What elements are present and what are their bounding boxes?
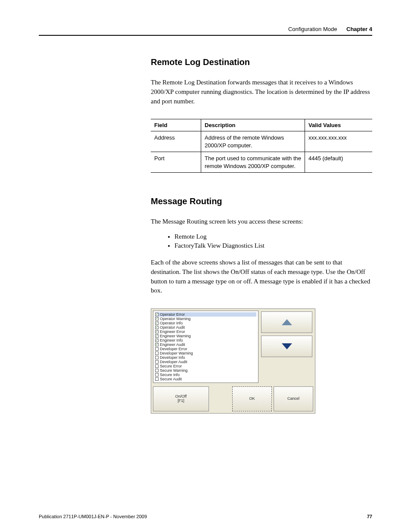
list-item-label: Secure Warning [160,368,187,373]
cell-field: Port [151,152,201,173]
list-item-label: Developer Audit [160,360,187,364]
list-item-label: Secure Info [160,373,180,377]
checkbox-icon[interactable]: ✓ [155,339,159,342]
triangle-down-icon [282,343,292,349]
th-values: Valid Values [305,119,373,131]
checkbox-icon[interactable] [155,377,159,381]
list-item[interactable]: ✓Engineer Error [155,330,256,334]
section-body-remote-log: The Remote Log Destination forwards mess… [151,78,372,106]
cell-description: The port used to communicate with the re… [201,152,305,173]
checkbox-icon[interactable] [155,373,159,376]
checkbox-icon[interactable]: ✓ [155,313,159,316]
checkbox-icon[interactable]: ✓ [155,343,159,346]
list-item-label: Secure Error [160,364,182,368]
chapter-label: Chapter 4 [346,26,372,32]
list-item[interactable]: ✓Engineer Info [155,338,256,342]
list-item-label: Developer Info [160,355,185,360]
list-item[interactable]: Secure Error [155,364,256,368]
page-header: Configuration Mode Chapter 4 [39,26,372,36]
list-item[interactable]: ✓Operator Audit [155,325,256,330]
scroll-up-button[interactable] [261,311,312,333]
list-item-label: Operator Error [160,312,185,317]
list-item[interactable]: ✓Engineer Audit [155,342,256,347]
checkbox-icon[interactable] [155,369,159,372]
cell-description: Address of the remote Windows 2000/XP co… [201,131,305,152]
table-row: Port The port used to communicate with t… [151,152,372,173]
checkbox-icon[interactable] [155,360,159,364]
bullet-item: Remote Log [174,233,372,240]
bullet-item: FactoryTalk View Diagnostics List [174,242,372,249]
checkbox-icon[interactable] [155,356,159,359]
list-item[interactable]: Secure Info [155,373,256,377]
checkbox-icon[interactable] [155,352,159,355]
publication-label: Publication 2711P-UM001J-EN-P - November… [39,514,147,519]
th-field: Field [151,119,201,131]
message-type-listbox[interactable]: ✓Operator Error✓Operator Warning✓Operato… [153,311,258,383]
bullet-list: Remote Log FactoryTalk View Diagnostics … [151,233,372,249]
list-item-label: Engineer Info [160,338,183,342]
page-footer: Publication 2711P-UM001J-EN-P - November… [39,514,372,519]
list-item[interactable]: ✓Operator Warning [155,317,256,321]
list-item[interactable]: ✓Engineer Warning [155,334,256,338]
cell-values: xxx.xxx.xxx.xxx [305,131,373,152]
scroll-down-button[interactable] [261,336,312,357]
list-item-label: Operator Info [160,321,183,325]
list-item[interactable]: Secure Audit [155,377,256,381]
list-item-label: Engineer Error [160,330,185,334]
checkbox-icon[interactable]: ✓ [155,321,159,325]
ok-label: OK [249,397,255,401]
onoff-label: On/Off [F1] [175,395,187,403]
list-item[interactable]: Developer Info [155,355,256,360]
triangle-up-icon [282,319,292,325]
checkbox-icon[interactable]: ✓ [155,334,159,338]
spacer [211,386,230,411]
list-item[interactable]: Developer Error [155,347,256,351]
checkbox-icon[interactable]: ✓ [155,317,159,320]
list-item-label: Secure Audit [160,377,182,381]
message-routing-dialog: ✓Operator Error✓Operator Warning✓Operato… [151,308,315,414]
onoff-button[interactable]: On/Off [F1] [153,386,209,411]
list-item[interactable]: Developer Audit [155,360,256,364]
list-item[interactable]: Developer Warning [155,351,256,355]
page-number: 77 [367,514,372,519]
list-item-label: Developer Error [160,347,187,351]
section-title-message-routing: Message Routing [151,196,372,206]
section-title-remote-log: Remote Log Destination [151,57,372,67]
section-body-message-routing: Each of the above screens shows a list o… [151,258,372,296]
cell-field: Address [151,131,201,152]
checkbox-icon[interactable] [155,364,159,368]
list-item[interactable]: Secure Warning [155,368,256,373]
list-item[interactable]: ✓Operator Info [155,321,256,325]
cancel-label: Cancel [287,397,299,401]
ok-button[interactable]: OK [232,386,272,411]
checkbox-icon[interactable]: ✓ [155,330,159,333]
field-table: Field Description Valid Values Address A… [151,119,372,173]
cell-values: 4445 (default) [305,152,373,173]
list-item[interactable]: ✓Operator Error [155,312,256,317]
list-item-label: Engineer Warning [160,334,191,338]
cancel-button[interactable]: Cancel [274,386,313,411]
table-row: Address Address of the remote Windows 20… [151,131,372,152]
list-item-label: Engineer Audit [160,342,185,347]
checkbox-icon[interactable]: ✓ [155,326,159,329]
section-intro-message-routing: The Message Routing screen lets you acce… [151,217,372,227]
list-item-label: Developer Warning [160,351,193,355]
list-item-label: Operator Warning [160,317,190,321]
breadcrumb: Configuration Mode [288,26,337,32]
list-item-label: Operator Audit [160,325,185,330]
checkbox-icon[interactable] [155,347,159,351]
th-description: Description [201,119,305,131]
